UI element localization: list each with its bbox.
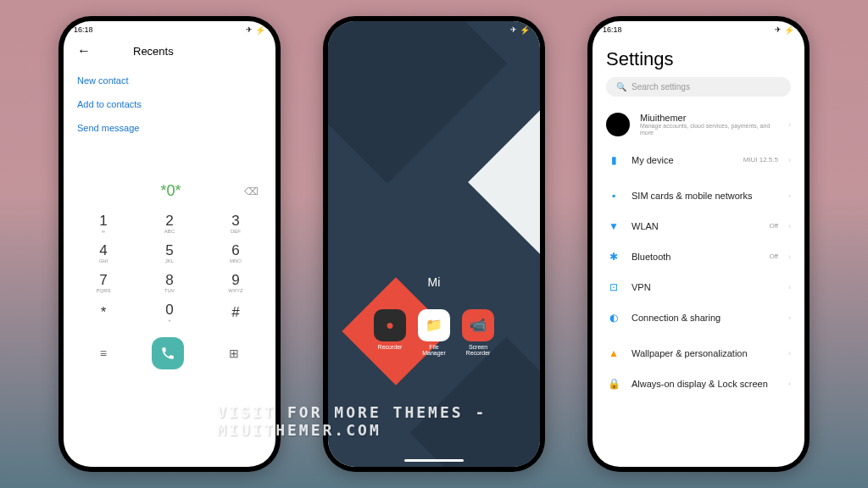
settings-item-icon: ◐ — [606, 310, 621, 325]
add-to-contacts-link[interactable]: Add to contacts — [77, 92, 262, 116]
settings-item-value: MIUI 12.5.5 — [743, 156, 778, 164]
call-button[interactable] — [152, 337, 184, 369]
back-button[interactable]: ← — [77, 43, 91, 58]
search-input[interactable]: 🔍 Search settings — [606, 77, 791, 97]
account-name: Miuithemer — [640, 113, 778, 123]
watermark-text: VISIT FOR MORE THEMES - MIUITHEMER.COM — [217, 403, 651, 439]
settings-item-wlan[interactable]: ▼ WLAN Off › — [593, 211, 804, 241]
key-4[interactable]: 4GHI — [70, 238, 136, 268]
menu-icon[interactable]: ≡ — [100, 347, 107, 360]
settings-item-label: SIM cards & mobile networks — [632, 191, 768, 201]
airplane-icon: ✈ — [775, 25, 782, 34]
dial-input-value: *0* — [97, 182, 244, 200]
settings-item-value: Off — [769, 222, 778, 230]
chevron-right-icon: › — [788, 120, 791, 129]
status-time: 16:18 — [603, 25, 622, 34]
settings-item-icon: ▮ — [606, 152, 621, 168]
settings-item-sim-cards-mobile-networks[interactable]: ▪ SIM cards & mobile networks › — [593, 180, 804, 211]
key-8[interactable]: 8TUV — [136, 268, 203, 297]
status-bar: 16:18 ✈ ⚡ — [64, 21, 275, 36]
settings-item-label: Always-on display & Lock screen — [632, 379, 768, 389]
settings-item-my-device[interactable]: ▮ My device MIUI 12.5.5 › — [593, 145, 804, 175]
key-#[interactable]: # — [203, 297, 269, 327]
settings-item-icon: ⊡ — [606, 280, 621, 295]
settings-item-icon: 🔒 — [606, 376, 621, 391]
key-0[interactable]: 0+ — [136, 297, 203, 327]
app-screen-recorder[interactable]: 📹ScreenRecorder — [462, 309, 494, 357]
settings-item-label: Bluetooth — [632, 252, 759, 262]
key-5[interactable]: 5JKL — [136, 238, 203, 268]
home-indicator[interactable] — [404, 459, 464, 462]
home-wallpaper: 16:18 ✈ ⚡ Mi ●Recorder📁FileManager📹Scree… — [328, 21, 540, 467]
dialpad-icon[interactable]: ⊞ — [229, 347, 239, 360]
avatar — [606, 113, 630, 136]
settings-item-vpn[interactable]: ⊡ VPN › — [593, 272, 804, 302]
settings-item-always-on-display-lock-screen[interactable]: 🔒 Always-on display & Lock screen › — [593, 369, 804, 399]
key-2[interactable]: 2ABC — [136, 208, 203, 238]
page-title: Recents — [133, 45, 174, 58]
settings-item-label: My device — [632, 155, 733, 165]
settings-item-icon: ▪ — [606, 188, 621, 203]
app-recorder[interactable]: ●Recorder — [374, 309, 406, 357]
status-time: 16:18 — [74, 25, 93, 34]
key-9[interactable]: 9WXYZ — [203, 268, 269, 297]
settings-item-label: Connection & sharing — [632, 313, 768, 323]
settings-item-wallpaper-personalization[interactable]: ▲ Wallpaper & personalization › — [593, 338, 804, 369]
key-6[interactable]: 6MNO — [203, 238, 269, 268]
key-*[interactable]: * — [70, 297, 136, 327]
settings-item-label: Wallpaper & personalization — [632, 348, 768, 358]
send-message-link[interactable]: Send message — [77, 116, 262, 140]
key-7[interactable]: 7PQRS — [70, 268, 136, 297]
settings-item-label: VPN — [632, 282, 768, 292]
search-icon: 🔍 — [616, 82, 626, 92]
keypad: 1∞2ABC3DEF4GHI5JKL6MNO7PQRS8TUV9WXYZ*0+# — [64, 205, 275, 330]
chevron-right-icon: › — [788, 283, 791, 291]
chevron-right-icon: › — [788, 313, 791, 322]
account-item[interactable]: Miuithemer Manage accounts, cloud servic… — [593, 105, 804, 145]
battery-icon: ⚡ — [784, 25, 794, 35]
settings-item-bluetooth[interactable]: ✱ Bluetooth Off › — [593, 241, 804, 272]
settings-item-label: WLAN — [632, 221, 759, 231]
airplane-icon: ✈ — [246, 25, 253, 34]
folder-label: Mi — [428, 275, 441, 289]
settings-item-icon: ▲ — [606, 346, 621, 361]
app-file-manager[interactable]: 📁FileManager — [418, 309, 450, 357]
chevron-right-icon: › — [788, 349, 791, 358]
settings-item-value: Off — [769, 252, 778, 260]
chevron-right-icon: › — [788, 191, 791, 200]
settings-item-icon: ▼ — [606, 219, 621, 234]
battery-icon: ⚡ — [255, 25, 265, 35]
chevron-right-icon: › — [788, 222, 791, 230]
settings-item-connection-sharing[interactable]: ◐ Connection & sharing › — [593, 302, 804, 333]
settings-item-icon: ✱ — [606, 249, 621, 264]
key-3[interactable]: 3DEF — [203, 208, 269, 238]
search-placeholder: Search settings — [632, 82, 690, 92]
settings-title: Settings — [593, 36, 804, 77]
backspace-button[interactable]: ⌫ — [244, 186, 259, 197]
account-subtitle: Manage accounts, cloud services, payment… — [640, 123, 778, 137]
new-contact-link[interactable]: New contact — [77, 69, 262, 92]
key-1[interactable]: 1∞ — [70, 208, 136, 238]
chevron-right-icon: › — [788, 252, 791, 261]
status-bar: 16:18 ✈ ⚡ — [593, 21, 804, 36]
chevron-right-icon: › — [788, 156, 791, 164]
chevron-right-icon: › — [788, 380, 791, 388]
